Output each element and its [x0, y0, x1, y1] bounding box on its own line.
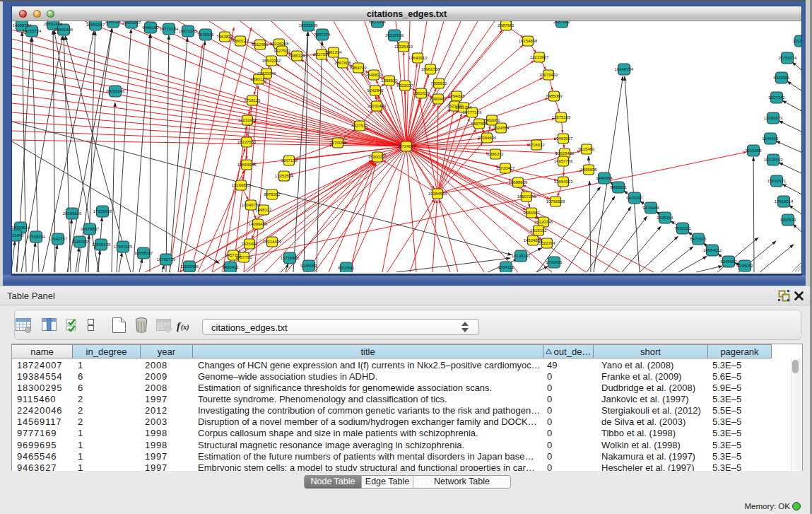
- svg-text:16648784: 16648784: [615, 67, 634, 71]
- svg-text:11325419: 11325419: [394, 45, 413, 49]
- svg-text:16782759: 16782759: [157, 257, 176, 262]
- svg-text:17957225: 17957225: [114, 245, 133, 249]
- svg-text:15751074: 15751074: [778, 56, 797, 60]
- svg-text:26031443: 26031443: [367, 104, 387, 108]
- svg-text:7632021: 7632021: [674, 226, 691, 230]
- svg-text:3267130: 3267130: [281, 158, 298, 163]
- svg-text:5522374: 5522374: [539, 241, 555, 245]
- svg-text:10719184: 10719184: [160, 27, 179, 31]
- svg-text:19463627: 19463627: [554, 136, 573, 141]
- svg-text:7462061: 7462061: [483, 118, 500, 122]
- svg-text:1362615: 1362615: [413, 91, 430, 95]
- svg-text:53226058: 53226058: [270, 42, 289, 46]
- svg-text:2687682: 2687682: [553, 21, 570, 24]
- svg-text:9329961: 9329961: [773, 76, 790, 80]
- svg-text:9242845: 9242845: [367, 88, 384, 93]
- svg-text:7663822: 7663822: [216, 35, 233, 39]
- svg-text:15300237: 15300237: [368, 155, 387, 159]
- svg-text:9146821: 9146821: [365, 73, 382, 77]
- svg-text:18350614: 18350614: [12, 226, 30, 230]
- svg-text:8878332: 8878332: [264, 192, 281, 197]
- svg-text:1558520: 1558520: [381, 78, 398, 83]
- svg-text:20364436: 20364436: [478, 136, 497, 140]
- svg-text:9890123: 9890123: [250, 77, 267, 81]
- svg-text:23420046: 23420046: [257, 71, 276, 76]
- svg-text:9794028: 9794028: [448, 94, 465, 98]
- svg-text:12213302: 12213302: [238, 118, 257, 122]
- svg-text:16914479: 16914479: [263, 240, 282, 244]
- svg-text:18724007: 18724007: [397, 144, 416, 148]
- svg-text:16671355: 16671355: [179, 29, 198, 33]
- svg-text:9327503: 9327503: [273, 49, 290, 53]
- svg-text:1498222: 1498222: [255, 208, 272, 212]
- svg-text:10688609: 10688609: [509, 180, 528, 185]
- svg-text:15692971: 15692971: [767, 179, 787, 183]
- svg-text:16154808: 16154808: [519, 39, 538, 43]
- svg-text:18907249: 18907249: [517, 194, 536, 199]
- svg-text:(x): (x): [181, 323, 189, 332]
- svg-text:1615152: 1615152: [530, 228, 547, 233]
- svg-text:11568294: 11568294: [27, 235, 46, 239]
- svg-text:8813054: 8813054: [369, 21, 386, 24]
- svg-text:9115460: 9115460: [579, 147, 596, 151]
- svg-text:8310541: 8310541: [338, 266, 355, 270]
- svg-text:6216012: 6216012: [528, 143, 545, 147]
- svg-text:5461234: 5461234: [325, 50, 342, 54]
- svg-text:12942757: 12942757: [49, 237, 68, 241]
- svg-text:20691406: 20691406: [54, 28, 73, 32]
- svg-text:2687682: 2687682: [498, 23, 514, 28]
- svg-text:7857274: 7857274: [314, 33, 331, 37]
- svg-text:15720407: 15720407: [496, 166, 515, 170]
- svg-text:3624554: 3624554: [493, 126, 510, 130]
- svg-text:19218506: 19218506: [385, 33, 404, 37]
- svg-text:14055724: 14055724: [13, 23, 32, 28]
- svg-text:30975887: 30975887: [81, 227, 100, 231]
- svg-text:8660123: 8660123: [232, 39, 249, 43]
- svg-text:8471676: 8471676: [690, 237, 707, 241]
- svg-text:2451234: 2451234: [455, 105, 472, 110]
- svg-text:2386372: 2386372: [487, 152, 504, 156]
- svg-text:6466160: 6466160: [142, 25, 159, 30]
- svg-text:10653267: 10653267: [86, 23, 105, 27]
- svg-text:1733426: 1733426: [546, 260, 563, 264]
- svg-text:14957766: 14957766: [554, 159, 573, 163]
- svg-text:16961758: 16961758: [421, 67, 440, 71]
- svg-text:14055724: 14055724: [23, 29, 42, 33]
- svg-text:12975155: 12975155: [552, 115, 571, 119]
- svg-text:7515526: 7515526: [197, 33, 214, 37]
- svg-text:10046786: 10046786: [242, 203, 261, 207]
- svg-text:9457791: 9457791: [235, 255, 252, 259]
- svg-text:8186323: 8186323: [288, 54, 305, 58]
- svg-text:10973493: 10973493: [539, 73, 558, 77]
- svg-text:8454749: 8454749: [350, 66, 367, 70]
- svg-text:16210643: 16210643: [764, 158, 783, 162]
- svg-text:16033809: 16033809: [299, 23, 318, 28]
- svg-text:10025438: 10025438: [555, 151, 575, 156]
- svg-text:10653267: 10653267: [122, 21, 141, 25]
- svg-text:1167533: 1167533: [780, 218, 797, 222]
- svg-text:16107553: 16107553: [237, 140, 257, 144]
- svg-text:9474444: 9474444: [642, 206, 659, 210]
- svg-text:17016514: 17016514: [775, 199, 794, 204]
- svg-text:11923486: 11923486: [180, 264, 199, 269]
- svg-text:20206526: 20206526: [63, 211, 82, 216]
- svg-text:12213967: 12213967: [530, 55, 549, 59]
- svg-text:9245052: 9245052: [300, 264, 317, 268]
- svg-text:8322037: 8322037: [396, 83, 413, 88]
- svg-text:13640910: 13640910: [408, 56, 428, 60]
- svg-text:13654923: 13654923: [554, 180, 573, 184]
- svg-text:1054112: 1054112: [498, 265, 515, 269]
- svg-text:10958107: 10958107: [134, 251, 153, 255]
- svg-text:7625402: 7625402: [241, 242, 258, 246]
- svg-text:3170061: 3170061: [329, 141, 346, 145]
- svg-text:7955812: 7955812: [430, 81, 447, 86]
- svg-text:10654112: 10654112: [703, 248, 722, 252]
- svg-text:12093873: 12093873: [764, 116, 783, 120]
- svg-text:9684067: 9684067: [523, 211, 540, 215]
- svg-text:1112345: 1112345: [793, 39, 801, 43]
- svg-text:7485063: 7485063: [546, 94, 563, 98]
- svg-text:9450412: 9450412: [222, 265, 239, 269]
- svg-text:1145193: 1145193: [72, 240, 89, 244]
- svg-text:16543362: 16543362: [262, 59, 281, 63]
- svg-text:3915940: 3915940: [12, 233, 24, 238]
